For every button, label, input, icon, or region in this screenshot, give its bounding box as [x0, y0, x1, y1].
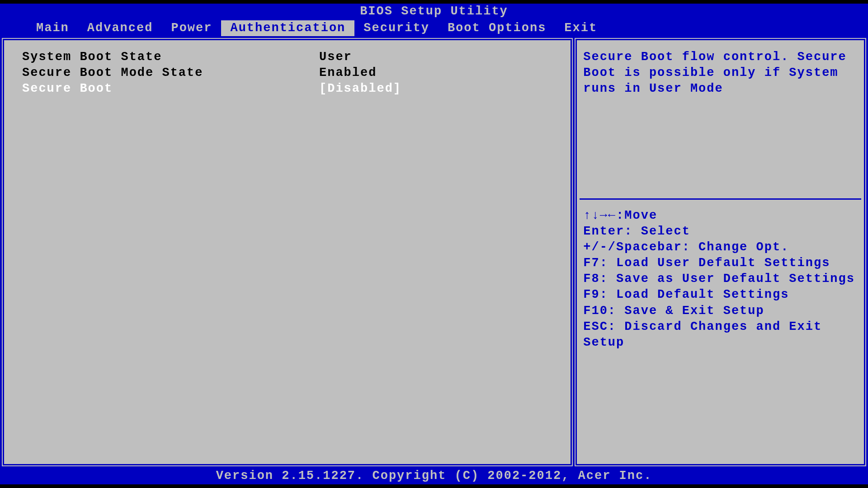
bios-root: BIOS Setup Utility MainAdvancedPowerAuth… [0, 0, 868, 488]
key-hint: +/-/Spacebar: Change Opt. [583, 239, 858, 255]
title-bar: BIOS Setup Utility [0, 4, 868, 20]
tab-main[interactable]: Main [27, 20, 78, 36]
tab-exit[interactable]: Exit [555, 20, 606, 36]
setting-value[interactable]: [Disabled] [319, 81, 552, 97]
key-hint: F7: Load User Default Settings [583, 255, 858, 271]
content-area: System Boot StateUserSecure Boot Mode St… [0, 36, 868, 468]
help-divider [580, 198, 861, 200]
help-panel: Secure Boot flow control. Secure Boot is… [576, 39, 865, 465]
setting-row-secure-boot-mode-state: Secure Boot Mode StateEnabled [22, 65, 552, 81]
setting-row-secure-boot[interactable]: Secure Boot[Disabled] [22, 81, 552, 97]
app-title: BIOS Setup Utility [360, 5, 508, 18]
tab-boot-options[interactable]: Boot Options [439, 20, 555, 36]
letterbox-bottom [0, 484, 868, 488]
move-label: :Move [616, 209, 657, 222]
key-hints: ↑↓→←:Move Enter: Select+/-/Spacebar: Cha… [583, 208, 858, 351]
letterbox-top [0, 0, 868, 4]
setting-label: Secure Boot Mode State [22, 65, 319, 81]
setting-value: User [319, 49, 552, 65]
tab-security[interactable]: Security [354, 20, 439, 36]
tab-authentication[interactable]: Authentication [221, 20, 354, 36]
setting-label: System Boot State [22, 49, 319, 65]
help-text: Secure Boot flow control. Secure Boot is… [583, 49, 858, 194]
key-hint: F9: Load Default Settings [583, 287, 858, 303]
key-hint: F10: Save & Exit Setup [583, 303, 858, 319]
tab-advanced[interactable]: Advanced [78, 20, 162, 36]
key-hint: F8: Save as User Default Settings [583, 271, 858, 287]
key-hint: ESC: Discard Changes and Exit Setup [583, 319, 858, 351]
setting-label: Secure Boot [22, 81, 319, 97]
footer-text: Version 2.15.1227. Copyright (C) 2002-20… [216, 469, 652, 483]
arrow-icons: ↑↓→← [583, 209, 616, 222]
key-hint: Enter: Select [583, 224, 858, 239]
footer-bar: Version 2.15.1227. Copyright (C) 2002-20… [0, 468, 868, 484]
menu-bar: MainAdvancedPowerAuthenticationSecurityB… [0, 20, 868, 36]
key-hint-move: ↑↓→←:Move [583, 208, 858, 224]
setting-value: Enabled [319, 65, 552, 81]
tab-power[interactable]: Power [162, 20, 221, 36]
settings-panel: System Boot StateUserSecure Boot Mode St… [3, 39, 572, 465]
setting-row-system-boot-state: System Boot StateUser [22, 49, 552, 65]
